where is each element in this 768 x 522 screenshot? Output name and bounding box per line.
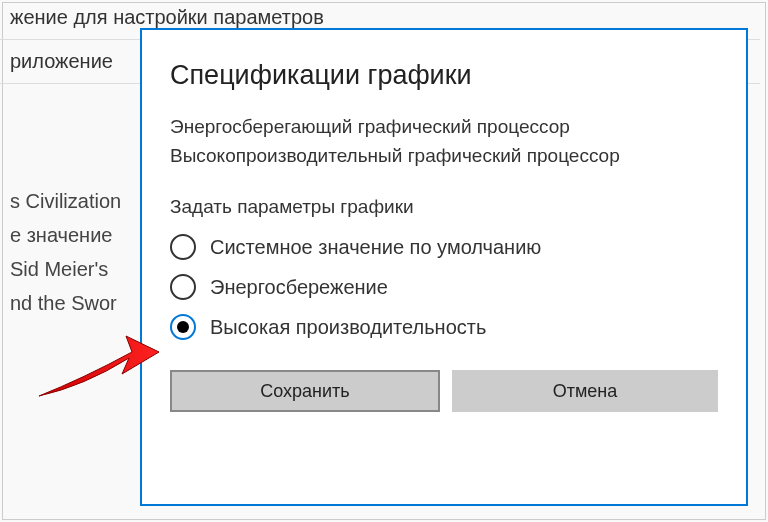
- radio-dot-icon: [177, 321, 189, 333]
- cancel-button-label: Отмена: [553, 381, 618, 402]
- radio-option-powersave[interactable]: Энергосбережение: [170, 274, 718, 300]
- dialog-title: Спецификации графики: [170, 60, 718, 91]
- radio-option-performance[interactable]: Высокая производительность: [170, 314, 718, 340]
- radio-icon: [170, 234, 196, 260]
- save-button-label: Сохранить: [260, 381, 349, 402]
- radio-icon: [170, 274, 196, 300]
- save-button[interactable]: Сохранить: [170, 370, 440, 412]
- gpu-spec-performance: Высокопроизводительный графический проце…: [170, 142, 718, 171]
- graphics-spec-dialog: Спецификации графики Энергосберегающий г…: [140, 28, 748, 506]
- cancel-button[interactable]: Отмена: [452, 370, 718, 412]
- options-heading: Задать параметры графики: [170, 196, 718, 218]
- radio-label: Системное значение по умолчанию: [210, 236, 541, 259]
- radio-label: Энергосбережение: [210, 276, 388, 299]
- gpu-spec-powersave: Энергосберегающий графический процессор: [170, 113, 718, 142]
- radio-option-default[interactable]: Системное значение по умолчанию: [170, 234, 718, 260]
- radio-label: Высокая производительность: [210, 316, 486, 339]
- radio-icon-selected: [170, 314, 196, 340]
- dialog-buttons: Сохранить Отмена: [170, 370, 718, 412]
